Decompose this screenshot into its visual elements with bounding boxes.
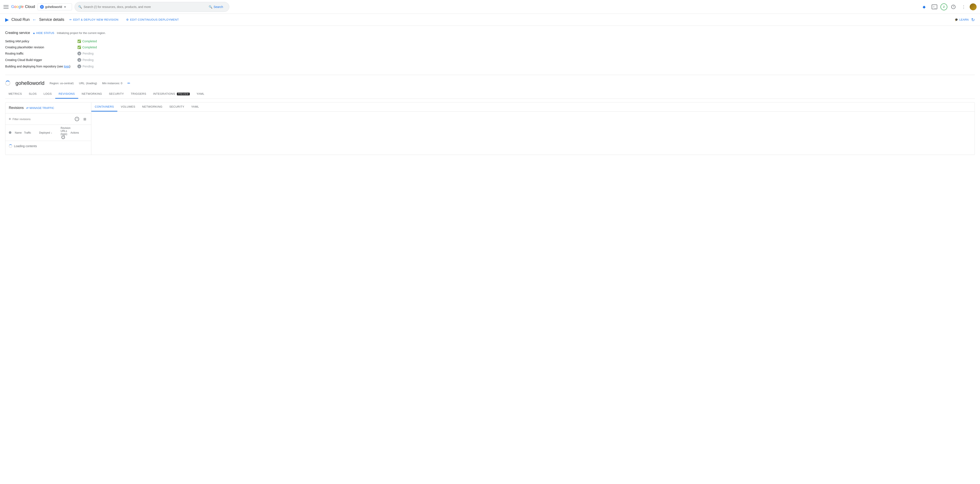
step-placeholder-status: ✅ Completed (77, 46, 97, 49)
step-routing-label: Routing traffic (5, 52, 74, 55)
right-tab-volumes[interactable]: VOLUMES (117, 103, 138, 111)
cloud-run-icon: ▶ (5, 17, 9, 22)
filter-actions: ? ⊞ (74, 116, 88, 122)
app-name: Cloud Run (11, 17, 30, 22)
learn-button[interactable]: 🎓 LEARN (955, 18, 969, 21)
terminal-icon-btn[interactable]: >_ (930, 3, 939, 11)
avatar-image (970, 3, 977, 10)
search-bar: 🔍 🔍 Search (75, 2, 229, 12)
pending-icon-1: ● (77, 52, 81, 56)
edit-icon: ✏ (69, 18, 72, 21)
service-region: Region: us-central1 (49, 82, 74, 85)
chevron-down-icon: ▾ (64, 5, 66, 9)
tab-revisions[interactable]: REVISIONS (55, 90, 78, 98)
tab-triggers[interactable]: TRIGGERS (127, 90, 150, 98)
help-url-icon[interactable]: ? (62, 136, 65, 139)
navbar-right: ◆ >_ 2 ? ⋮ (920, 3, 977, 11)
tab-security[interactable]: SECURITY (105, 90, 127, 98)
edit-deploy-button[interactable]: ✏ EDIT & DEPLOY NEW REVISION (67, 17, 121, 22)
service-url: URL: (loading) (79, 82, 97, 85)
step-placeholder-label: Creating placeholder revision (5, 46, 74, 49)
edit-min-instances-icon[interactable]: ✏ (127, 81, 130, 85)
diamond-icon-btn[interactable]: ◆ (920, 3, 928, 11)
notification-badge[interactable]: 2 (940, 3, 947, 10)
columns-icon: ⊞ (83, 117, 86, 121)
back-button[interactable]: ← (32, 17, 37, 22)
status-steps: Setting IAM policy ✅ Completed Creating … (5, 38, 975, 70)
tab-logs[interactable]: LOGS (40, 90, 55, 98)
search-button-label: Search (214, 5, 223, 9)
table-header: Name Traffic Deployed ↓ Revision URLs (t… (5, 125, 91, 141)
pending-icon-3: ● (77, 65, 81, 68)
page-title: Service details (39, 17, 64, 22)
edit-continuous-label: EDIT CONTINUOUS DEPLOYMENT (130, 18, 179, 21)
row-loading-spinner (9, 144, 12, 148)
search-icon-btn: 🔍 (209, 5, 212, 9)
logs-link[interactable]: logs (64, 65, 69, 68)
filter-revisions-input[interactable] (13, 117, 72, 121)
step-build-trigger-label: Creating Cloud Build trigger (5, 58, 74, 62)
filter-help-button[interactable]: ? (74, 116, 80, 122)
search-input[interactable] (84, 5, 204, 9)
project-icon: ● (40, 5, 44, 9)
hamburger-menu[interactable] (3, 4, 9, 10)
col-deployed-header[interactable]: Deployed ↓ (39, 131, 60, 134)
step-deploy-label: Building and deploying from repository (… (5, 65, 74, 68)
more-vert-icon-btn[interactable]: ⋮ (959, 3, 968, 11)
edit-continuous-button[interactable]: ⚙ EDIT CONTINUOUS DEPLOYMENT (124, 17, 181, 22)
right-panel: CONTAINERS VOLUMES NETWORKING SECURITY Y… (91, 103, 975, 155)
right-tab-containers[interactable]: CONTAINERS (91, 103, 117, 111)
hide-status-button[interactable]: ▲ HIDE STATUS (33, 31, 54, 35)
help-circle-icon: ? (75, 117, 79, 121)
google-logo-text: Google (11, 5, 24, 9)
learn-icon: 🎓 (955, 18, 958, 21)
back-arrow-icon: ← (32, 17, 37, 22)
col-urls-header: Revision URLs (tags) ? (60, 127, 70, 139)
tab-yaml[interactable]: YAML (193, 90, 208, 98)
col-name-header[interactable]: Name (15, 131, 24, 134)
service-header: ▶ Cloud Run ← Service details ✏ EDIT & D… (0, 14, 980, 26)
revisions-panel: Revisions ⇄ MANAGE TRAFFIC ≡ ? ⊞ (5, 103, 91, 155)
search-button[interactable]: 🔍 Search (206, 4, 226, 10)
col-traffic-header[interactable]: Traffic (24, 131, 39, 134)
status-step-deploy: Building and deploying from repository (… (5, 63, 975, 70)
manage-traffic-icon: ⇄ (26, 106, 29, 109)
step-deploy-status: ● Pending (77, 65, 94, 68)
user-avatar[interactable] (970, 3, 977, 10)
creating-service-header: Creating service ▲ HIDE STATUS Initializ… (5, 31, 975, 35)
deploy-icon: ⚙ (126, 18, 129, 21)
manage-traffic-button[interactable]: ⇄ MANAGE TRAFFIC (26, 106, 54, 109)
refresh-button[interactable]: ↻ (971, 17, 975, 22)
project-name: gohelloworld (45, 5, 62, 9)
right-tab-yaml[interactable]: YAML (188, 103, 202, 111)
right-tab-security[interactable]: SECURITY (166, 103, 188, 111)
step-iam-status-text: Completed (82, 40, 97, 43)
status-description: Initializing project for the current reg… (57, 31, 106, 35)
right-panel-tabs: CONTAINERS VOLUMES NETWORKING SECURITY Y… (91, 103, 975, 112)
sort-down-icon: ↓ (51, 131, 52, 134)
chevron-up-icon: ▲ (33, 31, 35, 35)
revisions-header: Revisions ⇄ MANAGE TRAFFIC (5, 103, 91, 113)
refresh-icon: ↻ (971, 17, 975, 22)
column-toggle-button[interactable]: ⊞ (82, 116, 88, 122)
search-icon: 🔍 (78, 5, 82, 9)
status-step-build-trigger: Creating Cloud Build trigger ● Pending (5, 57, 975, 63)
tab-slos[interactable]: SLOS (25, 90, 40, 98)
tab-networking[interactable]: NETWORKING (78, 90, 105, 98)
help-icon-btn[interactable]: ? (949, 3, 958, 11)
filter-bar: ≡ ? ⊞ (5, 113, 91, 125)
containers-content (91, 112, 975, 155)
service-name: gohelloworld (16, 80, 45, 86)
edit-deploy-label: EDIT & DEPLOY NEW REVISION (73, 18, 118, 21)
revision-urls-label: Revision URLs (tags) (60, 127, 70, 136)
integrations-preview-badge: PREVIEW (177, 93, 190, 95)
terminal-icon: >_ (932, 5, 937, 9)
tab-metrics[interactable]: METRICS (5, 90, 25, 98)
tab-integrations[interactable]: INTEGRATIONS PREVIEW (150, 90, 193, 98)
pending-icon-2: ● (77, 58, 81, 62)
deployed-label: Deployed (39, 131, 50, 134)
project-selector[interactable]: ● gohelloworld ▾ (38, 3, 72, 10)
right-tab-networking[interactable]: NETWORKING (138, 103, 166, 111)
cloud-text: Cloud (25, 5, 35, 9)
loading-row: Loading contents (5, 141, 91, 151)
